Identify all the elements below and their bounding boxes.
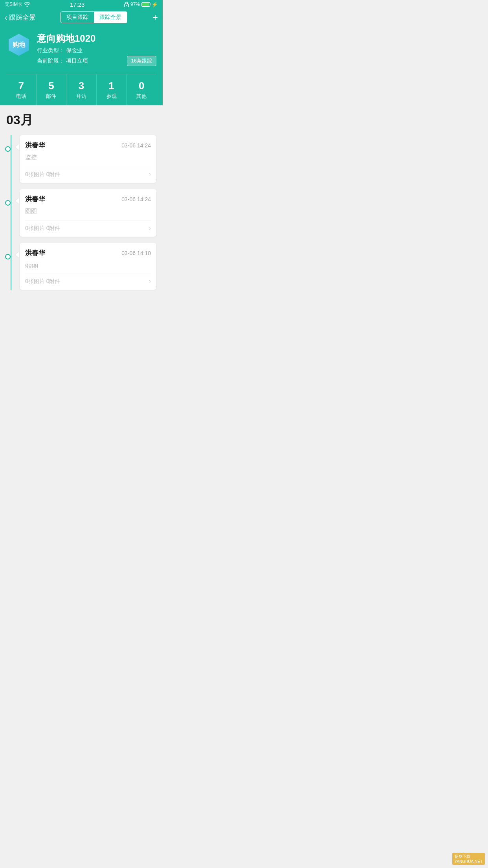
timeline-line: [11, 135, 11, 290]
timeline-item: 洪春华 03-06 14:24 监控 0张图片 0附件 ›: [20, 135, 156, 183]
stat-email: 5 邮件: [37, 74, 67, 105]
tab-track-overview[interactable]: 跟踪全景: [94, 12, 127, 23]
stat-tour-number: 1: [97, 80, 127, 92]
card-content: 图图: [25, 208, 151, 215]
chevron-right-icon: ›: [149, 278, 151, 285]
stat-tour: 1 参观: [97, 74, 127, 105]
timeline-card[interactable]: 洪春华 03-06 14:24 图图 0张图片 0附件 ›: [20, 189, 156, 237]
card-header: 洪春华 03-06 14:24: [25, 195, 151, 204]
card-header: 洪春华 03-06 14:24: [25, 141, 151, 150]
tab-project-track[interactable]: 项目跟踪: [61, 12, 94, 23]
stat-other-label: 其他: [127, 93, 156, 100]
hex-label-text: 购地: [13, 41, 25, 49]
card-time: 03-06 14:10: [121, 250, 151, 256]
stat-visit-label: 拜访: [66, 93, 96, 100]
project-details: 意向购地1020 行业类型： 保险业 当前阶段： 项目立项 16条跟踪: [37, 32, 156, 66]
wifi-icon: [24, 2, 30, 7]
card-author: 洪春华: [25, 141, 45, 150]
card-attachments: 0张图片 0附件: [25, 171, 60, 178]
nav-bar: ‹ 跟踪全景 项目跟踪 跟踪全景 +: [0, 9, 163, 26]
card-header: 洪春华 03-06 14:10: [25, 248, 151, 257]
timeline-item: 洪春华 03-06 14:10 gggg 0张图片 0附件 ›: [20, 243, 156, 290]
add-button[interactable]: +: [152, 13, 158, 22]
card-footer: 0张图片 0附件 ›: [25, 274, 151, 285]
project-name: 意向购地1020: [37, 32, 156, 45]
status-bar: 无SIM卡 17:23 97% ⚡: [0, 0, 163, 9]
project-stage: 当前阶段： 项目立项: [37, 57, 88, 64]
stat-tour-label: 参观: [97, 93, 127, 100]
stat-other: 0 其他: [127, 74, 156, 105]
timeline-section: 03月 洪春华 03-06 14:24 监控 0张图片 0附件 ›: [0, 105, 163, 302]
timeline-card[interactable]: 洪春华 03-06 14:10 gggg 0张图片 0附件 ›: [20, 243, 156, 290]
card-footer: 0张图片 0附件 ›: [25, 167, 151, 178]
card-time: 03-06 14:24: [121, 142, 151, 149]
stat-phone-number: 7: [6, 80, 36, 92]
stat-other-number: 0: [127, 80, 156, 92]
card-content: 监控: [25, 154, 151, 161]
timeline-item: 洪春华 03-06 14:24 图图 0张图片 0附件 ›: [20, 189, 156, 237]
header-section: 购地 意向购地1020 行业类型： 保险业 当前阶段： 项目立项 16条跟踪 7…: [0, 26, 163, 105]
stat-phone-label: 电话: [6, 93, 36, 100]
chevron-right-icon: ›: [149, 171, 151, 178]
status-right: 97% ⚡: [124, 2, 158, 7]
battery-percent: 97%: [130, 2, 140, 7]
timeline-dot: [5, 254, 11, 259]
card-attachments: 0张图片 0附件: [25, 278, 60, 285]
card-content: gggg: [25, 261, 151, 268]
month-header: 03月: [0, 112, 163, 135]
timeline-arrow-inner: [15, 252, 19, 258]
lock-icon: [124, 2, 129, 7]
stat-email-number: 5: [37, 80, 66, 92]
timeline-arrow-inner: [15, 198, 19, 204]
card-attachments: 0张图片 0附件: [25, 225, 60, 232]
stat-email-label: 邮件: [37, 93, 66, 100]
status-carrier: 无SIM卡: [5, 1, 30, 8]
stat-phone: 7 电话: [6, 74, 37, 105]
timeline-arrow-inner: [15, 144, 19, 150]
project-icon: 购地: [6, 32, 31, 57]
battery-icon: [141, 2, 150, 7]
timeline-card[interactable]: 洪春华 03-06 14:24 监控 0张图片 0附件 ›: [20, 135, 156, 183]
chevron-right-icon: ›: [149, 225, 151, 232]
carrier-text: 无SIM卡: [5, 1, 22, 8]
card-author: 洪春华: [25, 248, 45, 257]
project-stage-row: 当前阶段： 项目立项 16条跟踪: [37, 56, 156, 66]
timeline-dot: [5, 146, 11, 152]
timeline-dot: [5, 200, 11, 206]
project-industry: 行业类型： 保险业: [37, 47, 156, 54]
card-author: 洪春华: [25, 195, 45, 204]
charging-icon: ⚡: [152, 2, 158, 7]
track-count-badge: 16条跟踪: [127, 56, 156, 66]
stats-row: 7 电话 5 邮件 3 拜访 1 参观 0 其他: [6, 74, 156, 105]
svg-point-1: [126, 5, 127, 6]
project-info: 购地 意向购地1020 行业类型： 保险业 当前阶段： 项目立项 16条跟踪: [6, 32, 156, 66]
card-time: 03-06 14:24: [121, 196, 151, 202]
back-button[interactable]: ‹ 跟踪全景: [5, 13, 36, 22]
status-time: 17:23: [70, 1, 85, 8]
tab-switcher: 项目跟踪 跟踪全景: [61, 11, 127, 23]
card-footer: 0张图片 0附件 ›: [25, 221, 151, 232]
back-label: 跟踪全景: [9, 13, 36, 22]
back-arrow-icon: ‹: [5, 13, 7, 21]
stat-visit: 3 拜访: [66, 74, 97, 105]
timeline-list: 洪春华 03-06 14:24 监控 0张图片 0附件 › 洪春华 03-06 …: [0, 135, 163, 290]
stat-visit-number: 3: [66, 80, 96, 92]
